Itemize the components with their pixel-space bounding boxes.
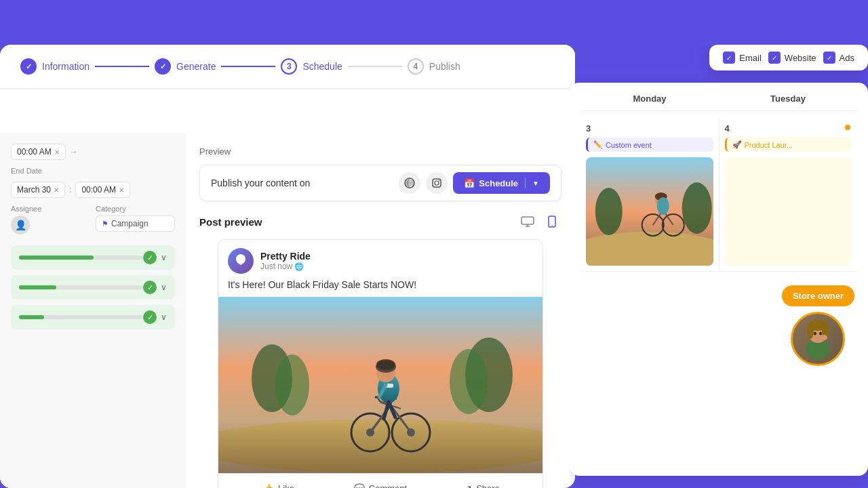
end-date-clear[interactable]: ✕ <box>54 186 59 194</box>
fb-like-btn[interactable]: 👍 Like <box>228 479 330 488</box>
task-2-bar <box>19 285 56 289</box>
fb-comment-btn[interactable]: 💬 Comment <box>330 479 431 488</box>
category-box: Category ⚑ Campaign <box>96 205 175 235</box>
task-1-check: ✓ <box>143 251 157 264</box>
step-line-3 <box>348 66 402 67</box>
fb-share-btn[interactable]: ↗ Share <box>431 479 533 488</box>
product-launch-event[interactable]: 🚀 Product Laur... <box>725 138 852 152</box>
end-date-chip[interactable]: March 30 ✕ <box>11 182 65 198</box>
task-1-chevron[interactable]: ∨ <box>161 253 167 262</box>
svg-point-10 <box>275 354 309 415</box>
task-3-chevron[interactable]: ∨ <box>161 312 167 322</box>
svg-point-2 <box>435 181 439 185</box>
task-item-2[interactable]: ✓ ∨ <box>11 275 175 300</box>
channel-email[interactable]: ✓ Email <box>723 52 762 64</box>
campaign-icon: ⚑ <box>102 220 108 228</box>
svg-point-37 <box>682 182 712 234</box>
svg-point-36 <box>595 188 623 235</box>
step-3-circle: 3 <box>281 58 297 75</box>
custom-event[interactable]: ✏️ Custom event <box>586 138 713 152</box>
svg-point-30 <box>376 361 396 373</box>
store-owner-label: Store owner <box>793 291 844 301</box>
product-launch-icon: 🚀 <box>732 140 742 149</box>
category-tag[interactable]: ⚑ Campaign <box>96 216 175 232</box>
channel-website[interactable]: ✓ Website <box>768 52 816 64</box>
svg-point-51 <box>821 335 827 340</box>
right-overlay: ✓ Email ✓ Website ✓ Ads Monday Tuesday 3 <box>570 45 868 488</box>
end-time-value: 00:00 AM <box>81 185 116 195</box>
end-date-value: March 30 <box>17 185 51 195</box>
step-schedule[interactable]: 3 Schedule <box>281 58 342 75</box>
mobile-view-icon[interactable] <box>542 212 561 231</box>
like-label: Like <box>278 483 294 488</box>
view-toggle <box>518 212 561 231</box>
channel-ads[interactable]: ✓ Ads <box>823 52 854 64</box>
assignee-category-row: Assignee 👤 Category ⚑ Campaign <box>11 205 175 235</box>
channel-chips: ✓ Email ✓ Website ✓ Ads <box>709 45 868 70</box>
step-1-label: Information <box>42 61 90 72</box>
start-time-clear[interactable]: ✕ <box>54 148 60 156</box>
svg-point-44 <box>657 197 669 215</box>
fb-page-avatar <box>228 248 254 274</box>
category-label: Category <box>96 205 175 213</box>
schedule-btn-label: Schedule <box>479 178 518 188</box>
step-4-circle: 4 <box>408 58 424 75</box>
left-panel: 00:00 AM ✕ → End Date March 30 ✕ : 00:00… <box>0 133 186 488</box>
platform-icon-2[interactable] <box>426 172 448 194</box>
svg-point-3 <box>439 180 440 182</box>
comment-label: Comment <box>369 483 407 488</box>
desktop-view-icon[interactable] <box>518 212 537 231</box>
schedule-btn-divider <box>525 178 526 188</box>
preview-label: Preview <box>199 146 561 157</box>
task-2-chevron[interactable]: ∨ <box>161 283 167 292</box>
step-information[interactable]: ✓ Information <box>20 58 90 75</box>
calendar-card: Monday Tuesday 3 ✏️ Custom event <box>570 83 868 476</box>
email-check-icon: ✓ <box>723 52 735 64</box>
assignee-content: 👤 <box>11 216 90 235</box>
cal-date-3-num: 3 <box>586 123 713 134</box>
store-owner-tooltip: Store owner <box>782 285 854 366</box>
fb-post-time: Just now 🌐 <box>260 262 311 271</box>
fb-post: Pretty Ride Just now 🌐 It's Here! Our Bl… <box>218 239 543 488</box>
share-icon: ↗ <box>465 483 472 488</box>
tuesday-label: Tuesday <box>770 94 806 104</box>
schedule-icon: 📅 <box>464 178 475 188</box>
store-owner-bubble: Store owner <box>782 285 854 306</box>
schedule-button[interactable]: 📅 Schedule ▼ <box>453 172 550 194</box>
custom-event-label: Custom event <box>606 141 652 149</box>
fb-page-info: Pretty Ride Just now 🌐 <box>260 251 311 271</box>
right-content: Preview Publish your content on <box>186 133 575 488</box>
website-check-icon: ✓ <box>768 52 781 64</box>
end-date-label: End Date <box>11 167 42 175</box>
step-2-circle: ✓ <box>155 58 171 75</box>
svg-point-6 <box>551 225 553 226</box>
step-generate[interactable]: ✓ Generate <box>155 58 216 75</box>
monday-label: Monday <box>633 94 666 104</box>
cal-date-4-num: 4 <box>725 123 852 134</box>
cal-image-preview <box>586 157 713 266</box>
task-item-1[interactable]: ✓ ∨ <box>11 245 175 270</box>
end-date-row: End Date <box>11 167 175 175</box>
fb-post-header: Pretty Ride Just now 🌐 <box>218 240 542 279</box>
step-line-2 <box>221 66 275 67</box>
avatar: 👤 <box>11 216 30 235</box>
step-publish[interactable]: 4 Publish <box>408 58 460 75</box>
task-3-check: ✓ <box>143 310 157 324</box>
end-time-clear[interactable]: ✕ <box>119 186 124 194</box>
cal-date-3[interactable]: 3 ✏️ Custom event <box>580 118 719 271</box>
category-value: Campaign <box>111 219 149 228</box>
publish-actions: 📅 Schedule ▼ <box>399 172 550 194</box>
cal-date-4[interactable]: 4 🚀 Product Laur... <box>719 118 858 271</box>
svg-rect-45 <box>586 157 587 160</box>
svg-rect-1 <box>433 179 441 187</box>
end-time-chip[interactable]: 00:00 AM ✕ <box>75 182 130 198</box>
time-separator: : <box>69 185 71 195</box>
share-label: Share <box>476 483 500 488</box>
task-item-3[interactable]: ✓ ∨ <box>11 305 175 329</box>
task-1-bar <box>19 256 94 260</box>
schedule-dropdown-icon: ▼ <box>532 180 539 187</box>
product-launch-label: Product Laur... <box>745 141 793 149</box>
platform-icon-1[interactable] <box>399 172 420 194</box>
start-time-chip[interactable]: 00:00 AM ✕ <box>11 144 66 160</box>
task-2-check: ✓ <box>143 281 157 294</box>
